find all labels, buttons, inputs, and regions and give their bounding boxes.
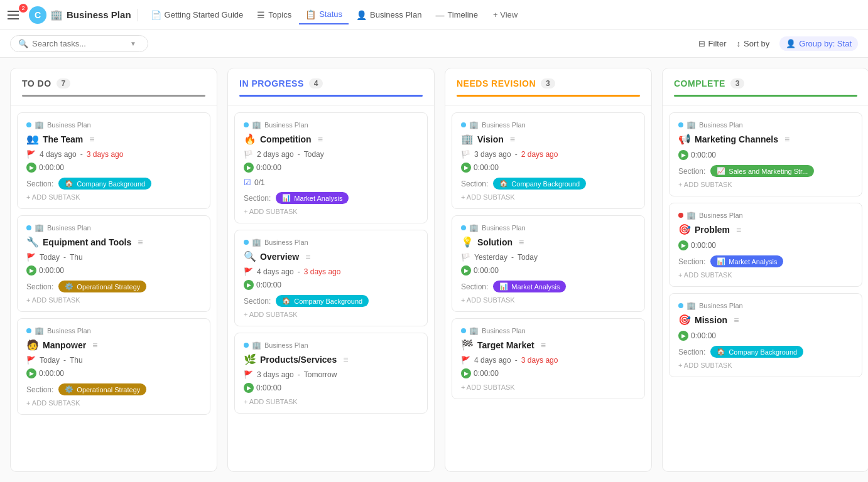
project-icon: 🏢 xyxy=(686,211,696,220)
task-timer-problem: ▶ 0:00:00 xyxy=(678,240,853,250)
add-view-button[interactable]: + View xyxy=(488,8,523,22)
tab-status[interactable]: 📋 Status xyxy=(299,6,349,24)
task-menu-equipment[interactable]: ≡ xyxy=(138,237,143,247)
add-subtask-btn-products-services[interactable]: + ADD SUBTASK xyxy=(244,398,418,405)
task-dates-target-market: 🚩 4 days ago -3 days ago xyxy=(461,356,636,365)
task-timer-target-market: ▶ 0:00:00 xyxy=(461,368,636,378)
task-name-row-mission: 🎯 Mission ≡ xyxy=(678,314,853,326)
task-timer-mission: ▶ 0:00:00 xyxy=(678,331,853,341)
add-subtask-btn-vision[interactable]: + ADD SUBTASK xyxy=(461,193,636,201)
col-bar-todo xyxy=(22,95,205,97)
section-badge-problem[interactable]: 📊 Market Analysis xyxy=(710,255,783,267)
app-logo: C xyxy=(29,6,46,24)
project-name: Business Plan xyxy=(264,121,308,129)
col-header-inprogress: IN PROGRESS 4 xyxy=(228,68,434,106)
task-card-problem[interactable]: 🏢 Business Plan 🎯 Problem ≡ ▶ 0:00:00 Se… xyxy=(669,203,862,287)
task-meta-problem: 🏢 Business Plan xyxy=(678,211,853,220)
task-emoji-competition: 🔥 xyxy=(244,133,256,145)
notification-badge: 2 xyxy=(19,4,28,13)
add-subtask-btn-competition[interactable]: + ADD SUBTASK xyxy=(244,208,418,215)
workspace-icon: 🏢 xyxy=(50,9,63,21)
add-subtask-btn-manpower[interactable]: + ADD SUBTASK xyxy=(26,399,201,407)
col-bar-revision xyxy=(457,95,640,97)
add-subtask-btn-overview[interactable]: + ADD SUBTASK xyxy=(244,311,418,318)
tab-topics[interactable]: ☰ Topics xyxy=(251,6,298,24)
task-card-mission[interactable]: 🏢 Business Plan 🎯 Mission ≡ ▶ 0:00:00 Se… xyxy=(669,293,862,377)
task-card-vision[interactable]: 🏢 Business Plan 🏢 Vision ≡ 🏳️ 3 days ago… xyxy=(452,112,645,209)
task-meta-overview: 🏢 Business Plan xyxy=(244,238,418,247)
task-card-equipment[interactable]: 🏢 Business Plan 🔧 Equipment and Tools ≡ … xyxy=(17,215,210,312)
task-menu-target-market[interactable]: ≡ xyxy=(541,340,546,350)
tab-timeline[interactable]: — Timeline xyxy=(429,6,484,24)
section-badge-marketing-channels[interactable]: 📈 Sales and Marketing Str... xyxy=(710,165,814,177)
add-subtask-btn-marketing-channels[interactable]: + ADD SUBTASK xyxy=(678,181,853,188)
task-card-the-team[interactable]: 🏢 Business Plan 👥 The Team ≡ 🚩 4 days ag… xyxy=(17,112,210,209)
task-card-target-market[interactable]: 🏢 Business Plan 🏁 Target Market ≡ 🚩 4 da… xyxy=(452,318,645,399)
add-subtask-btn-problem[interactable]: + ADD SUBTASK xyxy=(678,271,853,279)
section-badge-manpower[interactable]: ⚙️ Operational Strategy xyxy=(58,383,146,395)
task-card-products-services[interactable]: 🏢 Business Plan 🌿 Products/Services ≡ 🚩 … xyxy=(234,333,428,414)
section-badge-the-team[interactable]: 🏠 Company Background xyxy=(58,178,151,190)
task-card-marketing-channels[interactable]: 🏢 Business Plan 📢 Marketing Channels ≡ ▶… xyxy=(669,112,862,196)
task-card-overview[interactable]: 🏢 Business Plan 🔍 Overview ≡ 🚩 4 days ag… xyxy=(234,230,428,326)
filter-button[interactable]: ⊟ Filter xyxy=(698,39,727,48)
status-dot xyxy=(461,328,466,333)
tab-business-plan[interactable]: 👤 Business Plan xyxy=(350,6,428,24)
section-badge-equipment[interactable]: ⚙️ Operational Strategy xyxy=(58,281,146,292)
status-dot xyxy=(26,225,31,230)
task-menu-problem[interactable]: ≡ xyxy=(736,225,741,235)
search-input[interactable] xyxy=(32,39,126,48)
task-card-manpower[interactable]: 🏢 Business Plan 🧑 Manpower ≡ 🚩 Today -Th… xyxy=(17,318,210,415)
section-badge-mission[interactable]: 🏠 Company Background xyxy=(710,346,803,358)
section-icon: 🏠 xyxy=(65,179,73,188)
project-name: Business Plan xyxy=(47,224,91,232)
task-dates-manpower: 🚩 Today -Thu xyxy=(26,356,201,365)
column-complete: COMPLETE 3 🏢 Business Plan 📢 Marketing C… xyxy=(662,68,868,472)
section-badge-overview[interactable]: 🏠 Company Background xyxy=(276,295,369,307)
task-meta-equipment: 🏢 Business Plan xyxy=(26,223,201,232)
task-menu-the-team[interactable]: ≡ xyxy=(89,134,94,144)
timer-icon: ▶ xyxy=(461,163,471,173)
timer-icon: ▶ xyxy=(244,163,254,173)
group-by-button[interactable]: 👤 Group by: Stat xyxy=(779,36,858,51)
timer-icon: ▶ xyxy=(461,368,471,378)
task-name-row-products-services: 🌿 Products/Services ≡ xyxy=(244,353,418,365)
task-menu-solution[interactable]: ≡ xyxy=(519,237,524,247)
task-meta-vision: 🏢 Business Plan xyxy=(461,120,636,129)
hamburger-menu[interactable]: 2 xyxy=(8,6,25,24)
task-menu-vision[interactable]: ≡ xyxy=(510,134,515,144)
sort-button[interactable]: ↕ Sort by xyxy=(736,39,769,48)
add-subtask-btn-mission[interactable]: + ADD SUBTASK xyxy=(678,362,853,369)
add-subtask-btn-equipment[interactable]: + ADD SUBTASK xyxy=(26,296,201,304)
section-icon: 📊 xyxy=(282,194,291,202)
task-emoji-marketing-channels: 📢 xyxy=(678,133,691,145)
task-menu-overview[interactable]: ≡ xyxy=(305,252,310,262)
task-meta-solution: 🏢 Business Plan xyxy=(461,223,636,232)
task-timer-products-services: ▶ 0:00:00 xyxy=(244,383,418,393)
section-badge-vision[interactable]: 🏠 Company Background xyxy=(493,178,586,190)
task-menu-manpower[interactable]: ≡ xyxy=(92,340,97,350)
task-menu-products-services[interactable]: ≡ xyxy=(343,355,348,365)
task-menu-marketing-channels[interactable]: ≡ xyxy=(784,134,789,144)
task-card-solution[interactable]: 🏢 Business Plan 💡 Solution ≡ 🏳️ Yesterda… xyxy=(452,215,645,312)
search-box[interactable]: 🔍 ▼ xyxy=(10,35,148,52)
project-name: Business Plan xyxy=(47,327,91,335)
nav-tabs: 📄 todo Getting Started Guide ☰ Topics 📋 … xyxy=(144,6,523,24)
task-menu-mission[interactable]: ≡ xyxy=(734,315,739,325)
col-body-revision: 🏢 Business Plan 🏢 Vision ≡ 🏳️ 3 days ago… xyxy=(445,106,651,471)
add-subtask-btn-target-market[interactable]: + ADD SUBTASK xyxy=(461,383,636,391)
add-subtask-btn-solution[interactable]: + ADD SUBTASK xyxy=(461,296,636,304)
tab-getting-started[interactable]: 📄 todo Getting Started Guide xyxy=(144,6,250,24)
task-name-row-manpower: 🧑 Manpower ≡ xyxy=(26,339,201,351)
status-dot xyxy=(678,213,683,218)
section-badge-solution[interactable]: 📊 Market Analysis xyxy=(493,281,566,292)
status-dot xyxy=(26,122,31,127)
task-meta-marketing-channels: 🏢 Business Plan xyxy=(678,120,853,129)
add-subtask-btn-the-team[interactable]: + ADD SUBTASK xyxy=(26,193,201,201)
timer-icon: ▶ xyxy=(244,280,254,290)
task-menu-competition[interactable]: ≡ xyxy=(318,134,323,144)
task-card-competition[interactable]: 🏢 Business Plan 🔥 Competition ≡ 🏳️ 2 day… xyxy=(234,112,428,223)
section-badge-competition[interactable]: 📊 Market Analysis xyxy=(276,192,349,204)
section-icon: ⚙️ xyxy=(65,385,73,394)
task-timer-overview: ▶ 0:00:00 xyxy=(244,280,418,290)
